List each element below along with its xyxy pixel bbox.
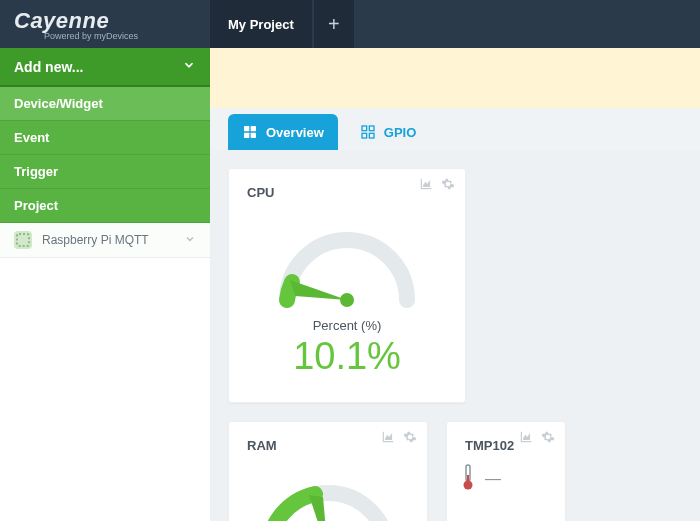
raspberry-pi-icon	[14, 231, 32, 249]
menu-item-label: Project	[14, 198, 58, 213]
tab-gpio[interactable]: GPIO	[346, 114, 431, 150]
ram-gauge	[229, 457, 427, 521]
menu-item-project[interactable]: Project	[0, 189, 210, 223]
gear-icon[interactable]	[441, 177, 455, 194]
grid-icon	[242, 124, 258, 140]
svg-point-9	[340, 293, 354, 307]
widget-tmp102[interactable]: TMP102 —	[446, 421, 566, 521]
widget-cpu[interactable]: CPU Percent (%) 10.1%	[228, 168, 466, 403]
brand-subtitle: Powered by myDevices	[14, 31, 210, 41]
device-label: Raspberry Pi MQTT	[42, 233, 149, 247]
gear-icon[interactable]	[403, 430, 417, 447]
project-tab[interactable]: My Project	[210, 0, 312, 48]
tab-label: Overview	[266, 125, 324, 140]
svg-rect-3	[251, 133, 256, 138]
svg-rect-5	[369, 126, 374, 131]
menu-item-device-widget[interactable]: Device/Widget	[0, 87, 210, 121]
tab-overview[interactable]: Overview	[228, 114, 338, 150]
widget-value: —	[485, 470, 501, 488]
device-row-raspberry-pi[interactable]: Raspberry Pi MQTT	[0, 223, 210, 258]
svg-rect-1	[251, 126, 256, 131]
notification-banner	[210, 48, 700, 108]
cpu-gauge	[229, 204, 465, 310]
tabbar: Overview GPIO	[210, 108, 700, 150]
svg-rect-14	[467, 475, 469, 483]
svg-rect-0	[244, 126, 249, 131]
widget-value: 10.1%	[229, 335, 465, 378]
add-project-button[interactable]: +	[314, 0, 354, 48]
chart-icon[interactable]	[419, 177, 433, 194]
add-new-dropdown[interactable]: Add new...	[0, 48, 210, 87]
project-tab-label: My Project	[228, 17, 294, 32]
svg-rect-6	[362, 133, 367, 138]
gpio-icon	[360, 124, 376, 140]
svg-marker-8	[290, 280, 347, 300]
svg-rect-4	[362, 126, 367, 131]
widget-unit: Percent (%)	[229, 318, 465, 333]
gear-icon[interactable]	[541, 430, 555, 447]
chevron-down-icon	[182, 58, 196, 75]
widget-ram[interactable]: RAM MB 337.82	[228, 421, 428, 521]
chart-icon[interactable]	[519, 430, 533, 447]
svg-rect-7	[369, 133, 374, 138]
logo: Cayenne Powered by myDevices	[0, 8, 210, 41]
chevron-down-icon	[184, 233, 196, 248]
plus-icon: +	[328, 13, 340, 36]
menu-item-trigger[interactable]: Trigger	[0, 155, 210, 189]
sidebar: Add new... Device/Widget Event Trigger P…	[0, 48, 210, 521]
menu-item-label: Trigger	[14, 164, 58, 179]
menu-item-label: Device/Widget	[14, 96, 103, 111]
menu-item-event[interactable]: Event	[0, 121, 210, 155]
svg-rect-2	[244, 133, 249, 138]
tab-label: GPIO	[384, 125, 417, 140]
menu-item-label: Event	[14, 130, 49, 145]
thermometer-icon	[461, 463, 475, 495]
add-new-label: Add new...	[14, 59, 83, 75]
chart-icon[interactable]	[381, 430, 395, 447]
